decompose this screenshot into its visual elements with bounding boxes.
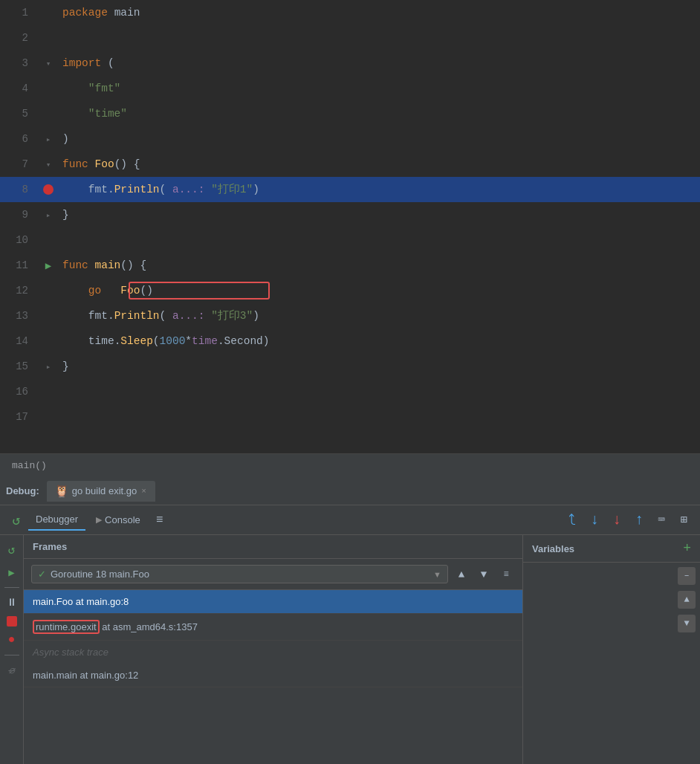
debug-toolbar: ↺ Debugger ▶ Console ≡ ⤴ ↓ ↓ ↑ ⌨ ⊞ bbox=[0, 505, 700, 535]
variables-header: Variables + bbox=[523, 535, 700, 563]
goroutine-arrow: ▼ bbox=[433, 570, 441, 579]
line-number-7: 7 bbox=[0, 158, 37, 170]
code-line-10: 10 bbox=[0, 227, 700, 253]
variables-panel: Variables + – ▲ ▼ bbox=[523, 535, 700, 764]
debug-tab-close[interactable]: × bbox=[140, 487, 148, 496]
variables-add-btn[interactable]: + bbox=[683, 541, 691, 556]
code-content-6: ) bbox=[59, 126, 700, 152]
code-content-4: "fmt" bbox=[59, 76, 700, 101]
async-trace: Async stack trace bbox=[24, 641, 522, 664]
debug-tab[interactable]: 🦉 go build exit.go × bbox=[47, 481, 155, 502]
code-line-4: 4 "fmt" bbox=[0, 76, 700, 101]
breakpoint-8[interactable] bbox=[43, 184, 54, 195]
frame-item-1[interactable]: runtime.goexit at asm_amd64.s:1357 bbox=[24, 614, 522, 641]
gutter-11: ▶ bbox=[37, 259, 59, 272]
code-line-13: 13 fmt.Println( a...: "打印3") bbox=[0, 303, 700, 328]
list-btn[interactable]: ≡ bbox=[149, 510, 170, 531]
code-content-5: "time" bbox=[59, 101, 700, 126]
settings-btn[interactable]: ⊞ bbox=[673, 510, 694, 531]
line-number-12: 12 bbox=[0, 285, 37, 297]
gutter-15: ▸ bbox=[37, 362, 59, 372]
step-out-btn[interactable]: ↓ bbox=[606, 510, 627, 531]
fold-icon-15[interactable]: ▸ bbox=[46, 362, 51, 372]
gutter-7: ▾ bbox=[37, 160, 59, 169]
code-line-17: 17 bbox=[0, 404, 700, 430]
line-number-13: 13 bbox=[0, 310, 37, 322]
editor-area: 1package main23▾import (4 "fmt"5 "time"6… bbox=[0, 0, 700, 453]
line-number-17: 17 bbox=[0, 411, 37, 423]
line-number-11: 11 bbox=[0, 259, 37, 271]
line-number-2: 2 bbox=[0, 32, 37, 44]
debug-tab-bar: Debug: 🦉 go build exit.go × bbox=[0, 477, 700, 505]
code-line-14: 14 time.Sleep(1000*time.Second) bbox=[0, 328, 700, 354]
line-number-15: 15 bbox=[0, 360, 37, 372]
run-icon-11: ▶ bbox=[45, 259, 51, 272]
sidebar-pause-btn[interactable]: ⏸ bbox=[3, 594, 21, 612]
code-line-2: 2 bbox=[0, 25, 700, 51]
owl-icon: 🦉 bbox=[54, 484, 69, 499]
debug-tab-text: go build exit.go bbox=[72, 485, 137, 496]
tab-console[interactable]: ▶ Console bbox=[88, 510, 148, 530]
line-number-8: 8 bbox=[0, 184, 37, 195]
step-over-btn[interactable]: ⤴ bbox=[562, 510, 583, 531]
restart-btn[interactable]: ↺ bbox=[6, 510, 27, 531]
code-content-14: time.Sleep(1000*time.Second) bbox=[59, 328, 700, 354]
frame-item-3[interactable]: main.main at main.go:12 bbox=[24, 664, 522, 687]
code-content-1: package main bbox=[59, 0, 700, 25]
code-line-7: 7▾func Foo() { bbox=[0, 152, 700, 177]
code-content-11: func main() { bbox=[59, 253, 700, 278]
goroutine-text: Goroutine 18 main.Foo bbox=[46, 569, 433, 580]
code-content-3: import ( bbox=[59, 51, 700, 76]
frame-item-0[interactable]: main.Foo at main.go:8 bbox=[24, 590, 522, 614]
variables-content: – ▲ ▼ bbox=[523, 563, 700, 764]
sidebar-restart-btn[interactable]: ↺ bbox=[3, 541, 21, 559]
line-number-6: 6 bbox=[0, 133, 37, 145]
line-number-4: 4 bbox=[0, 82, 37, 94]
gutter-9: ▸ bbox=[37, 210, 59, 220]
gutter-3: ▾ bbox=[37, 59, 59, 68]
code-content-9: } bbox=[59, 202, 700, 227]
breadcrumb-bar: main() bbox=[0, 453, 700, 477]
fold-icon-9[interactable]: ▸ bbox=[46, 210, 51, 220]
step-into-btn[interactable]: ↓ bbox=[584, 510, 605, 531]
frames-header: Frames bbox=[24, 535, 522, 559]
code-line-9: 9▸} bbox=[0, 202, 700, 227]
debug-label: Debug: bbox=[6, 485, 39, 496]
sidebar-muted-btn[interactable]: ∅ bbox=[3, 661, 21, 679]
code-line-5: 5 "time" bbox=[0, 101, 700, 126]
sidebar-record-btn[interactable]: ● bbox=[3, 631, 21, 649]
goroutine-check: ✓ bbox=[38, 569, 46, 580]
evaluate-btn[interactable]: ⌨ bbox=[651, 510, 672, 531]
line-number-16: 16 bbox=[0, 386, 37, 398]
code-content-12: go Foo() bbox=[59, 278, 700, 303]
variables-title: Variables bbox=[532, 543, 574, 554]
sidebar-resume-btn[interactable]: ▶ bbox=[3, 563, 21, 581]
frame-redbox-label: runtime.goexit bbox=[33, 620, 100, 634]
code-line-3: 3▾import ( bbox=[0, 51, 700, 76]
var-up-btn[interactable]: – bbox=[678, 567, 696, 585]
gutter-6: ▸ bbox=[37, 135, 59, 144]
code-content-8: fmt.Println( a...: "打印1") bbox=[59, 177, 700, 202]
line-number-1: 1 bbox=[0, 7, 37, 19]
line-number-3: 3 bbox=[0, 57, 37, 69]
var-up2-btn[interactable]: ▲ bbox=[678, 591, 696, 609]
fold-icon-7[interactable]: ▾ bbox=[46, 160, 51, 169]
line-number-14: 14 bbox=[0, 335, 37, 347]
fold-icon-6[interactable]: ▸ bbox=[46, 135, 51, 144]
code-line-16: 16 bbox=[0, 379, 700, 404]
goroutine-selector: ✓ Goroutine 18 main.Foo ▼ ▲ ▼ ≡ bbox=[24, 559, 522, 590]
fold-icon-3[interactable]: ▾ bbox=[46, 59, 51, 68]
code-line-12: 12 go Foo() bbox=[0, 278, 700, 303]
run-to-cursor-btn[interactable]: ↑ bbox=[629, 510, 649, 531]
tab-console-label: Console bbox=[105, 514, 140, 525]
sidebar-stop-btn[interactable] bbox=[7, 616, 17, 627]
frame-down-btn[interactable]: ▼ bbox=[475, 566, 493, 583]
frame-up-btn[interactable]: ▲ bbox=[453, 566, 470, 583]
line-number-9: 9 bbox=[0, 209, 37, 221]
code-line-11: 11▶func main() { bbox=[0, 253, 700, 278]
goroutine-dropdown[interactable]: ✓ Goroutine 18 main.Foo ▼ bbox=[31, 565, 448, 583]
var-down-btn[interactable]: ▼ bbox=[678, 615, 696, 632]
tab-debugger[interactable]: Debugger bbox=[28, 509, 85, 531]
line-number-5: 5 bbox=[0, 108, 37, 120]
frame-list-btn[interactable]: ≡ bbox=[497, 566, 515, 583]
